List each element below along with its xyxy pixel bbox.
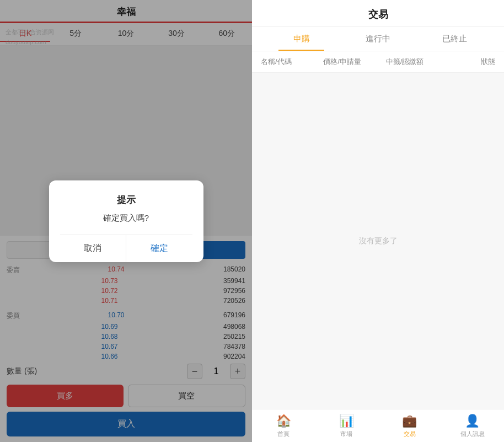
empty-text: 沒有更多了: [359, 236, 398, 246]
right-header-title: 交易: [368, 9, 388, 20]
nav-label-profile: 個人訊息: [460, 430, 485, 438]
nav-item-home[interactable]: 🏠 首頁: [252, 414, 315, 438]
nav-item-market[interactable]: 📊 市場: [315, 414, 378, 438]
col-allot-header: 中籤/認繳額: [386, 57, 448, 67]
col-status-header: 狀態: [448, 57, 495, 67]
trade-columns: 名稱/代碼 價格/申請量 中籤/認繳額 狀態: [252, 51, 504, 73]
nav-item-profile[interactable]: 👤 個人訊息: [441, 414, 504, 438]
bottom-nav: 🏠 首頁 📊 市場 💼 交易 👤 個人訊息: [252, 409, 504, 442]
trade-list: 沒有更多了: [252, 73, 504, 409]
dialog-overlay: 提示 確定買入嗎? 取消 確定: [0, 0, 252, 442]
col-name-header: 名稱/代碼: [261, 57, 323, 67]
dialog-cancel-btn[interactable]: 取消: [60, 235, 127, 262]
nav-label-trade: 交易: [404, 430, 416, 438]
tab-ended[interactable]: 已終止: [416, 27, 493, 51]
nav-label-market: 市場: [340, 430, 352, 438]
nav-item-trade[interactable]: 💼 交易: [378, 414, 441, 438]
profile-icon: 👤: [465, 414, 480, 428]
dialog-actions: 取消 確定: [60, 235, 192, 262]
tab-in-progress[interactable]: 進行中: [340, 27, 416, 51]
right-header: 交易: [252, 0, 504, 27]
tab-subscribe[interactable]: 申購: [263, 27, 340, 51]
trade-tabs: 申購 進行中 已終止: [252, 27, 504, 51]
right-panel: 交易 申購 進行中 已終止 名稱/代碼 價格/申請量 中籤/認繳額 狀態 沒有更…: [252, 0, 504, 442]
dialog-box: 提示 確定買入嗎? 取消 確定: [49, 180, 203, 262]
dialog-body: 確定買入嗎?: [60, 213, 192, 223]
col-price-header: 價格/申請量: [323, 57, 385, 67]
dialog-title: 提示: [60, 194, 192, 206]
trade-icon: 💼: [402, 414, 417, 428]
market-icon: 📊: [339, 414, 354, 428]
home-icon: 🏠: [276, 414, 291, 428]
dialog-confirm-btn[interactable]: 確定: [126, 235, 192, 262]
left-panel: 幸福 日K 5分 10分 30分 60分: [0, 0, 252, 442]
nav-label-home: 首頁: [277, 430, 289, 438]
